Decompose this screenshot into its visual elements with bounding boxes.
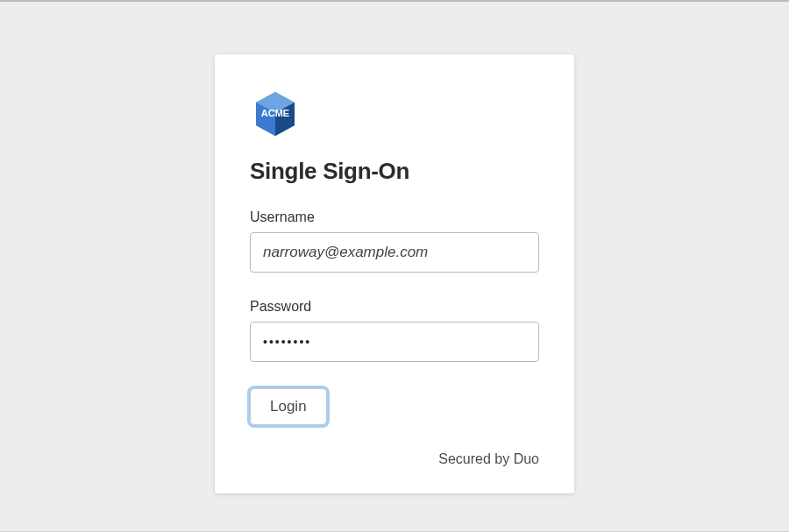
acme-logo-icon: ACME <box>250 89 301 140</box>
page-title: Single Sign-On <box>250 158 539 185</box>
password-input[interactable] <box>250 322 539 362</box>
username-input[interactable] <box>250 232 539 273</box>
secured-by-footer: Secured by Duo <box>250 451 539 467</box>
password-label: Password <box>250 299 539 315</box>
login-card: ACME Single Sign-On Username Password Lo… <box>215 54 574 493</box>
svg-text:ACME: ACME <box>261 108 289 118</box>
brand-logo: ACME <box>250 89 539 144</box>
username-label: Username <box>250 209 539 225</box>
password-field-group: Password <box>250 299 539 385</box>
login-button[interactable]: Login <box>250 388 327 425</box>
username-field-group: Username <box>250 209 539 295</box>
